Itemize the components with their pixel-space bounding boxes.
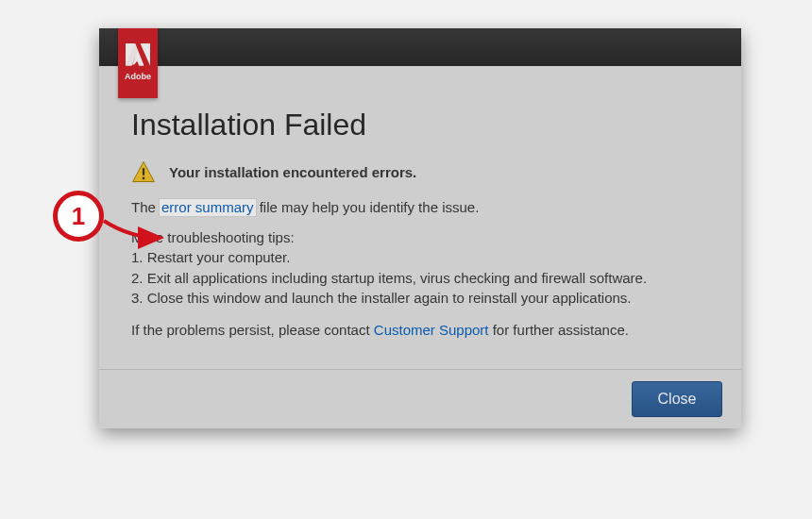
close-button[interactable]: Close bbox=[632, 381, 722, 417]
tips-list: Restart your computer. Exit all applicat… bbox=[131, 247, 709, 309]
alert-message: Your installation encountered errors. bbox=[169, 164, 416, 180]
warning-icon bbox=[131, 159, 156, 184]
svg-rect-0 bbox=[143, 168, 144, 176]
dialog-footer: Close bbox=[99, 369, 741, 428]
customer-support-link[interactable]: Customer Support bbox=[374, 322, 489, 338]
summary-text-after: file may help you identify the issue. bbox=[256, 199, 480, 215]
dialog-content: Installation Failed Your installation en… bbox=[99, 66, 741, 369]
persist-text-after: for further assistance. bbox=[489, 322, 629, 338]
persist-line: If the problems persist, please contact … bbox=[131, 320, 709, 341]
tip-item: Restart your computer. bbox=[131, 247, 709, 268]
annotation-callout-1: 1 bbox=[53, 191, 104, 242]
svg-point-1 bbox=[143, 176, 145, 179]
installer-dialog: Adobe Installation Failed Your installat… bbox=[99, 28, 741, 428]
dialog-titlebar: Adobe bbox=[99, 28, 741, 66]
adobe-brand-tag: Adobe bbox=[118, 28, 158, 98]
error-summary-line: The error summary file may help you iden… bbox=[131, 197, 709, 218]
summary-text-before: The bbox=[131, 199, 160, 215]
dialog-title: Installation Failed bbox=[131, 108, 709, 142]
tips-heading: More troubleshooting tips: bbox=[131, 229, 709, 245]
adobe-brand-label: Adobe bbox=[118, 72, 158, 81]
alert-row: Your installation encountered errors. bbox=[131, 159, 709, 184]
persist-text-before: If the problems persist, please contact bbox=[131, 322, 374, 338]
tip-item: Exit all applications including startup … bbox=[131, 268, 709, 289]
adobe-logo-icon bbox=[126, 43, 150, 66]
error-summary-link[interactable]: error summary bbox=[160, 199, 256, 216]
tip-item: Close this window and launch the install… bbox=[131, 288, 709, 309]
